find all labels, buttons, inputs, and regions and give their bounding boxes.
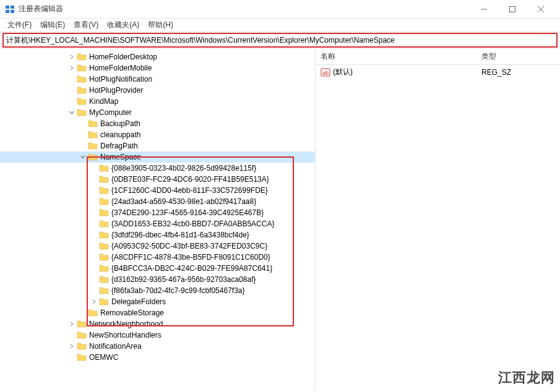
expander-placeholder [89, 286, 99, 296]
expander-placeholder [67, 352, 77, 362]
chevron-right-icon[interactable] [67, 52, 77, 62]
tree-node[interactable]: HotPlugProvider [0, 85, 315, 96]
menu-item[interactable]: 收藏夹(A) [103, 19, 143, 32]
folder-icon [77, 85, 87, 95]
expander-placeholder [78, 130, 88, 140]
tree-node-label: {A8CDFF1C-4878-43be-B5FD-F8091C1C60D0} [111, 253, 270, 262]
tree-node[interactable]: {3ADD1653-EB32-4cb0-BBD7-DFA0ABB5ACCA} [0, 218, 315, 229]
menu-item[interactable]: 帮助(H) [144, 19, 177, 32]
tree-node[interactable]: {B4BFCC3A-DB2C-424C-B029-7FE99A87C641} [0, 263, 315, 274]
address-path: \HKEY_LOCAL_MACHINE\SOFTWARE\Microsoft\W… [28, 36, 395, 45]
folder-icon [99, 185, 109, 195]
tree-node[interactable]: HomeFolderDesktop [0, 51, 315, 62]
tree-node[interactable]: DelegateFolders [0, 296, 315, 307]
value-row[interactable]: ab(默认)REG_SZ [316, 65, 560, 79]
folder-icon [99, 219, 109, 229]
expander-placeholder [89, 208, 99, 218]
tree-node[interactable]: {A0953C92-50DC-43bf-BE83-3742FED03C9C} [0, 241, 315, 252]
menu-item[interactable]: 文件(F) [4, 19, 35, 32]
column-type[interactable]: 类型 [481, 51, 555, 62]
tree-node[interactable]: NameSpace [0, 151, 315, 163]
tree-node-label: OEMWC [89, 353, 118, 362]
expander-placeholder [67, 74, 77, 84]
tree-node-label: {3ADD1653-EB32-4cb0-BBD7-DFA0ABB5ACCA} [111, 219, 274, 228]
folder-icon [77, 341, 87, 351]
expander-placeholder [89, 230, 99, 240]
folder-icon [99, 197, 109, 207]
tree-node-label: DefragPath [100, 142, 138, 150]
tree-node[interactable]: {d3162b92-9365-467a-956b-92703aca08af} [0, 274, 315, 285]
menu-item[interactable]: 编辑(E) [37, 19, 69, 32]
folder-icon [99, 252, 109, 262]
column-name[interactable]: 名称 [321, 51, 481, 62]
tree-node-label: {0DB7E03F-FC29-4DC6-9020-FF41B59E513A} [111, 175, 269, 184]
tree-node-label: BackupPath [100, 119, 140, 128]
tree-node[interactable]: NotificationArea [0, 341, 315, 352]
content-area: HomeFolderDesktopHomeFolderMobileHotPlug… [0, 48, 560, 391]
minimize-icon [481, 6, 487, 12]
folder-icon [77, 74, 87, 84]
expander-placeholder [67, 96, 77, 106]
tree-node[interactable]: {1CF1260C-4DD0-4ebb-811F-33C572699FDE} [0, 185, 315, 196]
menu-item[interactable]: 查看(V) [70, 19, 102, 32]
expander-placeholder [78, 119, 88, 129]
chevron-right-icon[interactable] [67, 319, 77, 329]
tree-node[interactable]: MyComputer [0, 107, 315, 118]
tree-node[interactable]: {374DE290-123F-4565-9164-39C4925E467B} [0, 207, 315, 218]
tree-node[interactable]: {f86fa3ab-70d2-4fc7-9c99-fcbf05467f3a} [0, 285, 315, 296]
folder-icon [77, 108, 87, 117]
close-button[interactable] [527, 0, 555, 19]
chevron-down-icon[interactable] [67, 108, 77, 117]
tree-node[interactable]: {088e3905-0323-4b02-9826-5d99428e115f} [0, 163, 315, 174]
values-pane[interactable]: 名称 类型 ab(默认)REG_SZ [316, 49, 560, 391]
tree-node[interactable]: OEMWC [0, 352, 315, 363]
window-title: 注册表编辑器 [19, 4, 470, 14]
tree-node-label: {f86fa3ab-70d2-4fc7-9c99-fcbf05467f3a} [111, 286, 245, 295]
title-bar: 注册表编辑器 [0, 0, 560, 19]
columns-header: 名称 类型 [316, 49, 560, 65]
address-bar[interactable]: 计算机 \HKEY_LOCAL_MACHINE\SOFTWARE\Microso… [2, 33, 558, 48]
chevron-down-icon[interactable] [78, 152, 88, 162]
minimize-button[interactable] [470, 0, 498, 19]
folder-icon [88, 130, 98, 140]
tree-node[interactable]: NewShortcutHandlers [0, 330, 315, 341]
folder-icon [88, 119, 98, 129]
expander-placeholder [89, 163, 99, 173]
tree-node-label: HomeFolderDesktop [89, 53, 157, 61]
expander-placeholder [89, 197, 99, 207]
tree-node[interactable]: {0DB7E03F-FC29-4DC6-9020-FF41B59E513A} [0, 174, 315, 185]
tree-node[interactable]: NetworkNeighborhood [0, 318, 315, 330]
svg-rect-1 [11, 6, 14, 9]
tree-node-label: NetworkNeighborhood [89, 320, 163, 328]
svg-rect-2 [6, 10, 9, 13]
tree-node[interactable]: cleanuppath [0, 129, 315, 140]
folder-icon [88, 152, 98, 162]
tree-node[interactable]: {A8CDFF1C-4878-43be-B5FD-F8091C1C60D0} [0, 252, 315, 263]
maximize-icon [509, 6, 515, 12]
chevron-right-icon[interactable] [67, 341, 77, 351]
tree-view[interactable]: HomeFolderDesktopHomeFolderMobileHotPlug… [0, 49, 316, 391]
folder-icon [77, 96, 87, 106]
value-name: (默认) [333, 67, 481, 77]
tree-node-label: MyComputer [89, 108, 132, 117]
tree-node[interactable]: KindMap [0, 96, 315, 107]
chevron-right-icon[interactable] [67, 63, 77, 73]
svg-text:ab: ab [322, 70, 329, 76]
tree-node-label: {A0953C92-50DC-43bf-BE83-3742FED03C9C} [111, 242, 267, 250]
chevron-right-icon[interactable] [89, 297, 99, 307]
tree-node[interactable]: DefragPath [0, 140, 315, 151]
tree-node[interactable]: {24ad3ad4-a569-4530-98e1-ab02f9417aa8} [0, 196, 315, 207]
maximize-button[interactable] [498, 0, 527, 19]
tree-node-label: {24ad3ad4-a569-4530-98e1-ab02f9417aa8} [111, 197, 256, 206]
tree-node[interactable]: RemovableStorage [0, 307, 315, 318]
tree-node[interactable]: HomeFolderMobile [0, 62, 315, 74]
tree-node-label: NameSpace [100, 153, 141, 161]
close-icon [538, 6, 544, 12]
tree-node-label: NotificationArea [89, 342, 142, 351]
tree-node-label: HomeFolderMobile [89, 64, 152, 72]
tree-node[interactable]: {3dfdf296-dbec-4fb4-81d1-6a3438bcf4de} [0, 229, 315, 241]
tree-node[interactable]: BackupPath [0, 118, 315, 129]
folder-icon [77, 52, 87, 62]
folder-icon [99, 163, 109, 173]
tree-node[interactable]: HotPlugNotification [0, 74, 315, 85]
